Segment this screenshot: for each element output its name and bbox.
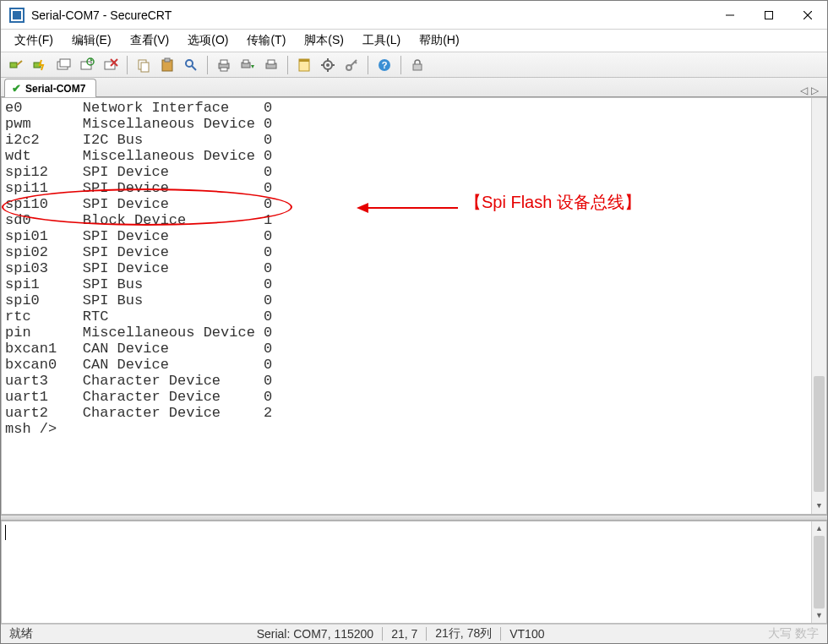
find-icon[interactable] — [180, 54, 202, 76]
svg-rect-27 — [268, 60, 275, 64]
terminal-row: spi02 SPI Device 0 — [5, 244, 825, 260]
scroll-up-icon[interactable]: ▲ — [812, 521, 826, 536]
svg-rect-9 — [60, 59, 70, 67]
terminal-prompt: msh /> — [5, 421, 825, 437]
tab-next-icon[interactable]: ▷ — [811, 85, 819, 96]
status-term: VT100 — [501, 625, 553, 643]
svg-rect-22 — [221, 60, 227, 64]
app-window: Serial-COM7 - SecureCRT 文件(F) 编辑(E) 查看(V… — [0, 0, 828, 644]
terminal-output[interactable]: e0 Network Interface 0pwm Miscellaneous … — [1, 97, 827, 515]
svg-point-31 — [326, 63, 330, 67]
svg-rect-29 — [299, 59, 309, 62]
print-screen-icon[interactable] — [237, 54, 259, 76]
input-scrollbar[interactable]: ▲ ▼ — [811, 521, 826, 623]
maximize-button[interactable] — [749, 1, 788, 29]
svg-rect-1 — [13, 11, 21, 19]
input-caret — [5, 525, 6, 540]
titlebar: Serial-COM7 - SecureCRT — [1, 1, 827, 30]
copy-icon[interactable] — [133, 54, 155, 76]
terminal-row: pwm Miscellaneous Device 0 — [5, 116, 825, 132]
terminal-row: spi01 SPI Device 0 — [5, 228, 825, 244]
terminal-row: pin Miscellaneous Device 0 — [5, 325, 825, 341]
scrollbar-vertical[interactable]: ▲ ▼ — [811, 98, 826, 514]
terminal-row: sd0 Block Device 1 — [5, 212, 825, 228]
scroll-down-icon[interactable]: ▼ — [812, 499, 826, 514]
status-caps: 大写 数字 — [760, 625, 827, 643]
svg-line-38 — [355, 62, 357, 63]
menu-file[interactable]: 文件(F) — [6, 30, 62, 52]
tab-prev-icon[interactable]: ◁ — [800, 85, 808, 96]
connected-icon: ✔ — [12, 82, 21, 95]
help-icon[interactable]: ? — [373, 54, 395, 76]
toolbar: ? — [1, 52, 827, 78]
session-tab-icon[interactable] — [52, 54, 74, 76]
svg-text:?: ? — [382, 60, 388, 70]
window-title: Serial-COM7 - SecureCRT — [31, 8, 172, 22]
menu-scripts[interactable]: 脚本(S) — [296, 30, 352, 52]
terminal-row: spi0 SPI Bus 0 — [5, 292, 825, 308]
tab-label: Serial-COM7 — [25, 83, 85, 95]
statusbar: 就绪 Serial: COM7, 115200 21, 7 21行, 78列 V… — [1, 624, 827, 643]
menu-edit[interactable]: 编辑(E) — [63, 30, 120, 52]
terminal-row: spi11 SPI Device 0 — [5, 180, 825, 196]
menu-view[interactable]: 查看(V) — [122, 30, 178, 52]
status-size: 21行, 78列 — [427, 625, 500, 643]
terminal-row: uart3 Character Device 0 — [5, 373, 825, 389]
terminal-row: wdt Miscellaneous Device 0 — [5, 148, 825, 164]
terminal-row: e0 Network Interface 0 — [5, 100, 825, 116]
tabbar: ✔ Serial-COM7 ◁ ▷ — [1, 78, 827, 97]
key-icon[interactable] — [340, 54, 362, 76]
terminal-row: spi12 SPI Device 0 — [5, 164, 825, 180]
svg-rect-41 — [413, 64, 422, 70]
svg-rect-25 — [243, 60, 248, 63]
terminal-row: spi10 SPI Device 0 — [5, 196, 825, 212]
terminal-row: bxcan1 CAN Device 0 — [5, 341, 825, 357]
menu-transfer[interactable]: 传输(T) — [238, 30, 294, 52]
status-ready: 就绪 — [1, 625, 41, 643]
menu-help[interactable]: 帮助(H) — [411, 30, 467, 52]
status-cursor: 21, 7 — [383, 625, 426, 643]
terminal-row: spi1 SPI Bus 0 — [5, 276, 825, 292]
paste-icon[interactable] — [156, 54, 178, 76]
close-button[interactable] — [788, 1, 827, 29]
print-icon[interactable] — [213, 54, 235, 76]
lock-icon[interactable] — [406, 54, 428, 76]
svg-rect-18 — [165, 58, 170, 62]
sessions-icon[interactable] — [293, 54, 315, 76]
terminal-row: rtc RTC 0 — [5, 308, 825, 325]
terminal-row: uart2 Character Device 2 — [5, 405, 825, 421]
menubar: 文件(F) 编辑(E) 查看(V) 选项(O) 传输(T) 脚本(S) 工具(L… — [1, 30, 827, 52]
svg-line-20 — [192, 66, 196, 70]
menu-tools[interactable]: 工具(L) — [354, 30, 409, 52]
svg-rect-3 — [765, 11, 773, 19]
connect-icon[interactable] — [5, 54, 27, 76]
command-input[interactable]: ▲ ▼ — [1, 521, 827, 624]
svg-rect-23 — [221, 68, 227, 71]
status-serial: Serial: COM7, 115200 — [248, 625, 383, 643]
terminal-row: i2c2 I2C Bus 0 — [5, 132, 825, 148]
app-icon — [9, 8, 25, 23]
disconnect-icon[interactable] — [100, 54, 122, 76]
options-icon[interactable] — [317, 54, 339, 76]
terminal-row: uart1 Character Device 0 — [5, 389, 825, 405]
quick-connect-icon[interactable] — [29, 54, 51, 76]
terminal-area: e0 Network Interface 0pwm Miscellaneous … — [1, 97, 827, 623]
tab-nav: ◁ ▷ — [800, 85, 824, 96]
scroll-down-icon[interactable]: ▼ — [812, 609, 826, 623]
terminal-row: spi03 SPI Device 0 — [5, 260, 825, 276]
reconnect-icon[interactable] — [76, 54, 98, 76]
tab-serial-com7[interactable]: ✔ Serial-COM7 — [4, 79, 96, 97]
terminal-row: bxcan0 CAN Device 0 — [5, 357, 825, 373]
print-setup-icon[interactable] — [260, 54, 282, 76]
svg-rect-16 — [141, 63, 149, 72]
minimize-button[interactable] — [711, 1, 749, 29]
svg-rect-6 — [10, 63, 17, 68]
svg-point-19 — [186, 60, 193, 67]
menu-options[interactable]: 选项(O) — [179, 30, 237, 52]
